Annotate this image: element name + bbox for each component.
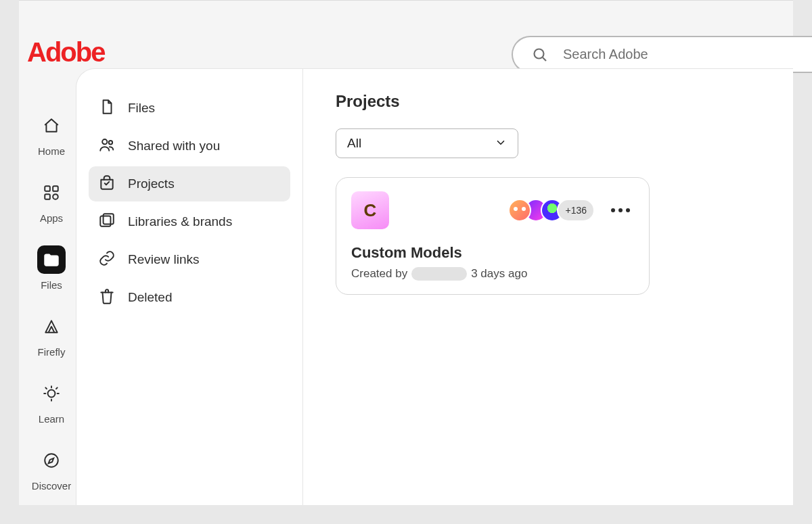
svg-point-0: [535, 49, 544, 58]
rail-item-firefly[interactable]: Firefly: [37, 312, 66, 358]
side-item-files[interactable]: Files: [89, 91, 290, 126]
svg-line-12: [56, 387, 58, 389]
apps-icon: [37, 178, 66, 207]
file-icon: [98, 98, 116, 118]
libraries-icon: [98, 212, 116, 232]
rail-item-learn[interactable]: Learn: [37, 379, 66, 425]
svg-line-1: [543, 57, 546, 61]
rail-label: Apps: [40, 212, 63, 224]
svg-point-6: [48, 390, 55, 398]
side-label: Files: [128, 101, 155, 116]
firefly-icon: [37, 312, 66, 341]
side-label: Projects: [128, 176, 175, 191]
side-item-review-links[interactable]: Review links: [89, 242, 290, 277]
rail-label: Home: [38, 145, 65, 157]
project-meta: Created by 3 days ago: [351, 267, 634, 281]
people-icon: [98, 136, 116, 156]
project-card[interactable]: C +136 Custom Models Created by: [336, 177, 650, 295]
collaborator-avatars[interactable]: +136: [508, 199, 595, 222]
side-item-shared[interactable]: Shared with you: [89, 128, 290, 164]
rail-label: Files: [41, 279, 62, 291]
rail-item-discover[interactable]: Discover: [32, 446, 71, 492]
rail-label: Discover: [32, 480, 71, 492]
svg-rect-4: [45, 194, 50, 199]
svg-point-15: [109, 141, 112, 144]
svg-point-13: [45, 454, 58, 467]
search-input[interactable]: [563, 47, 812, 62]
compass-icon: [37, 446, 66, 475]
project-title: Custom Models: [351, 244, 634, 262]
side-label: Review links: [128, 252, 200, 267]
svg-rect-2: [45, 186, 50, 191]
rail-item-files[interactable]: Files: [37, 245, 66, 291]
created-by-label: Created by: [351, 267, 407, 281]
side-label: Deleted: [128, 290, 173, 305]
svg-rect-17: [104, 214, 114, 224]
svg-rect-3: [53, 186, 58, 191]
files-icon: [37, 245, 66, 274]
svg-point-5: [53, 194, 58, 199]
side-label: Libraries & brands: [128, 214, 232, 229]
projects-icon: [98, 174, 116, 194]
chevron-down-icon: [495, 137, 507, 151]
side-item-projects[interactable]: Projects: [89, 166, 290, 201]
avatar-overflow-count: +136: [557, 199, 595, 222]
search-bar[interactable]: [512, 36, 812, 73]
created-time: 3 days ago: [471, 267, 527, 281]
filter-value: All: [347, 136, 361, 151]
home-icon: [37, 112, 66, 140]
side-item-libraries[interactable]: Libraries & brands: [89, 204, 290, 239]
page-title: Projects: [336, 92, 761, 111]
lightbulb-icon: [37, 379, 66, 408]
rail-item-apps[interactable]: Apps: [37, 178, 66, 224]
more-actions-button[interactable]: [607, 204, 634, 216]
trash-icon: [98, 287, 116, 308]
rail-label: Learn: [39, 413, 64, 425]
link-icon: [98, 249, 116, 270]
project-thumbnail: C: [351, 191, 389, 229]
search-icon: [532, 47, 548, 63]
svg-point-14: [102, 139, 107, 144]
left-rail: Home Apps Files Firefly: [19, 102, 84, 505]
svg-line-11: [45, 387, 47, 389]
filter-dropdown[interactable]: All: [336, 128, 518, 158]
creator-name-redacted: [411, 267, 467, 281]
adobe-logo[interactable]: Adobe: [27, 37, 104, 68]
files-side-panel: Files Shared with you Projects: [76, 68, 303, 505]
rail-item-home[interactable]: Home: [37, 112, 66, 157]
rail-label: Firefly: [38, 346, 66, 358]
main-content: Projects All C +136: [303, 68, 793, 505]
side-label: Shared with you: [128, 139, 220, 153]
side-item-deleted[interactable]: Deleted: [89, 280, 290, 315]
